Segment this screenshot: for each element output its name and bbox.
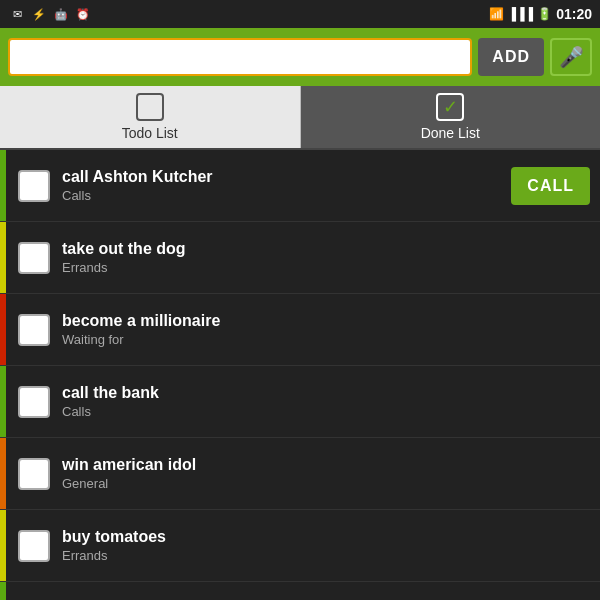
- item-checkbox[interactable]: [18, 386, 50, 418]
- item-category: Calls: [62, 188, 511, 203]
- item-text: call Ashton KutcherCalls: [62, 168, 511, 203]
- item-category: Calls: [62, 404, 600, 419]
- item-text: call the bankCalls: [62, 384, 600, 419]
- priority-bar: [0, 222, 6, 293]
- status-icons-left: ✉ ⚡ 🤖 ⏰: [8, 5, 92, 23]
- item-text: become a millionaireWaiting for: [62, 312, 600, 347]
- item-title: become a millionaire: [62, 312, 600, 330]
- android-icon: 🤖: [52, 5, 70, 23]
- call-button[interactable]: CALL: [511, 167, 590, 205]
- todo-item: become a millionaireWaiting for: [0, 294, 600, 366]
- todo-item: call the bankCalls: [0, 366, 600, 438]
- item-text: buy tomatoesErrands: [62, 528, 600, 563]
- done-tab-label: Done List: [421, 125, 480, 141]
- todo-item: take out the dogErrands: [0, 222, 600, 294]
- mic-button[interactable]: 🎤: [550, 38, 592, 76]
- item-title: call the bank: [62, 384, 600, 402]
- priority-bar: [0, 510, 6, 581]
- priority-bar: [0, 366, 6, 437]
- todo-item: win american idolGeneral: [0, 438, 600, 510]
- wifi-icon: 📶: [489, 7, 504, 21]
- add-button[interactable]: ADD: [478, 38, 544, 76]
- todo-item: buy tomatoesErrands: [0, 510, 600, 582]
- priority-bar: [0, 582, 6, 600]
- priority-bar: [0, 294, 6, 365]
- item-title: win american idol: [62, 456, 600, 474]
- item-title: buy tomatoes: [62, 528, 600, 546]
- item-checkbox[interactable]: [18, 242, 50, 274]
- todo-tab-label: Todo List: [122, 125, 178, 141]
- todo-list: call Ashton KutcherCallsCALLtake out the…: [0, 150, 600, 600]
- priority-bar: [0, 438, 6, 509]
- todo-item: call Ashton KutcherCallsCALL: [0, 150, 600, 222]
- item-checkbox[interactable]: [18, 530, 50, 562]
- item-category: Errands: [62, 548, 600, 563]
- microphone-icon: 🎤: [559, 45, 584, 69]
- item-category: Waiting for: [62, 332, 600, 347]
- clock: 01:20: [556, 6, 592, 22]
- usb-icon: ⚡: [30, 5, 48, 23]
- search-input[interactable]: [8, 38, 472, 76]
- tab-todo[interactable]: Todo List: [0, 86, 301, 148]
- item-checkbox[interactable]: [18, 458, 50, 490]
- todo-icon: [136, 93, 164, 121]
- item-title: take out the dog: [62, 240, 600, 258]
- status-icons-right: 📶 ▐▐▐ 🔋 01:20: [489, 6, 592, 22]
- item-category: General: [62, 476, 600, 491]
- status-bar: ✉ ⚡ 🤖 ⏰ 📶 ▐▐▐ 🔋 01:20: [0, 0, 600, 28]
- item-category: Errands: [62, 260, 600, 275]
- item-checkbox[interactable]: [18, 170, 50, 202]
- signal-icon: ▐▐▐: [508, 7, 534, 21]
- item-text: take out the dogErrands: [62, 240, 600, 275]
- priority-bar: [0, 150, 6, 221]
- gmail-icon: ✉: [8, 5, 26, 23]
- item-text: win american idolGeneral: [62, 456, 600, 491]
- item-title: call Ashton Kutcher: [62, 168, 511, 186]
- header: ADD 🎤: [0, 28, 600, 86]
- alarm-icon: ⏰: [74, 5, 92, 23]
- tab-done[interactable]: ✓ Done List: [301, 86, 601, 148]
- battery-icon: 🔋: [537, 7, 552, 21]
- done-icon: ✓: [436, 93, 464, 121]
- tabs: Todo List ✓ Done List: [0, 86, 600, 150]
- todo-item: mow the lawnHome: [0, 582, 600, 600]
- item-checkbox[interactable]: [18, 314, 50, 346]
